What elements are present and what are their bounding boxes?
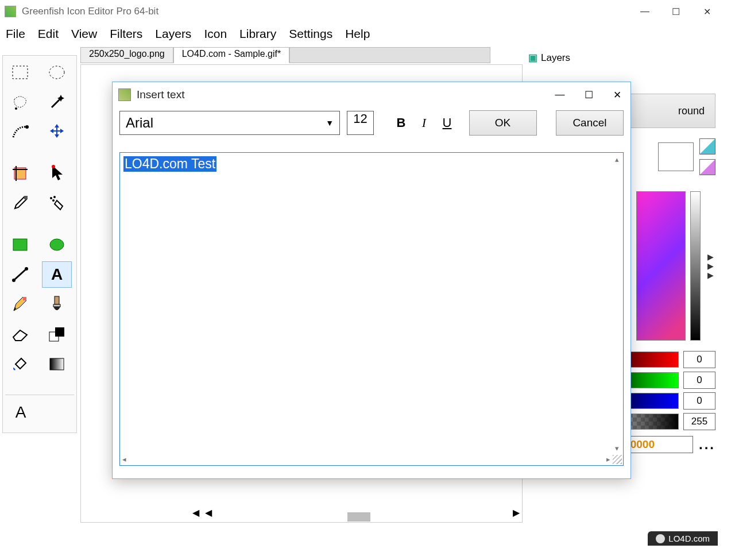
dialog-title: Insert text bbox=[137, 88, 552, 101]
italic-button[interactable]: I bbox=[416, 112, 432, 134]
dialog-toolbar: Arial ▼ 12 B I U OK Cancel bbox=[113, 107, 630, 138]
svg-point-10 bbox=[50, 197, 52, 199]
eyedropper-tool[interactable] bbox=[5, 190, 35, 217]
bucket-tool[interactable] bbox=[5, 351, 35, 377]
swatch-toggle-b[interactable] bbox=[699, 159, 715, 175]
spray-tool[interactable] bbox=[42, 190, 72, 217]
pointer-tool[interactable] bbox=[42, 160, 72, 187]
tab-sample[interactable]: LO4D.com - Sample.gif* bbox=[173, 47, 290, 63]
foreground-swatch[interactable] bbox=[658, 142, 694, 171]
menu-edit[interactable]: Edit bbox=[38, 27, 59, 41]
layers-label: Layers bbox=[541, 52, 570, 64]
tab-logo[interactable]: 250x250_logo.png bbox=[80, 47, 173, 63]
svg-rect-24 bbox=[50, 358, 64, 370]
svg-rect-9 bbox=[24, 196, 28, 199]
eraser-tool[interactable] bbox=[5, 321, 35, 347]
picker-arrows: ▶▶▶ bbox=[705, 191, 715, 341]
svg-point-17 bbox=[25, 267, 28, 271]
rect-select-tool[interactable] bbox=[5, 59, 35, 86]
lasso-tool[interactable] bbox=[5, 89, 35, 115]
menu-help[interactable]: Help bbox=[345, 27, 370, 41]
ellipse-select-tool[interactable] bbox=[42, 59, 72, 86]
svg-point-4 bbox=[25, 125, 29, 129]
layers-panel-header[interactable]: ▣ Layers bbox=[526, 51, 715, 65]
svg-rect-23 bbox=[55, 327, 64, 337]
hscroll-left-2[interactable]: ◀ bbox=[202, 507, 215, 518]
layer-background-label: round bbox=[678, 105, 705, 117]
svg-point-16 bbox=[12, 279, 16, 282]
rect-shape-tool[interactable] bbox=[5, 231, 35, 258]
tab-empty[interactable] bbox=[289, 47, 490, 63]
svg-rect-13 bbox=[13, 239, 27, 250]
watermark-logo-icon bbox=[656, 534, 665, 543]
watermark: LO4D.com bbox=[648, 531, 718, 546]
svg-point-2 bbox=[15, 107, 17, 110]
window-titlebar: Greenfish Icon Editor Pro 64-bit — ☐ ✕ bbox=[0, 0, 718, 23]
alpha-value[interactable]: 255 bbox=[683, 413, 715, 430]
window-close-button[interactable]: ✕ bbox=[701, 6, 713, 17]
tool-palette: A A bbox=[2, 55, 77, 433]
menu-icon[interactable]: Icon bbox=[204, 27, 227, 41]
svg-point-14 bbox=[50, 239, 64, 250]
blue-value[interactable]: 0 bbox=[683, 392, 715, 410]
dialog-maximize-button[interactable]: ☐ bbox=[581, 89, 596, 101]
menu-settings[interactable]: Settings bbox=[289, 27, 332, 41]
cancel-button[interactable]: Cancel bbox=[556, 110, 624, 136]
svg-point-11 bbox=[53, 196, 56, 198]
bold-button[interactable]: B bbox=[393, 112, 409, 134]
svg-point-1 bbox=[49, 66, 64, 79]
dialog-vscrollbar[interactable]: ▴▾ bbox=[612, 155, 622, 453]
text-input-area[interactable]: LO4D.com Test ▴▾ ◂▸ bbox=[119, 152, 624, 466]
svg-rect-19 bbox=[23, 297, 26, 300]
text-tool[interactable]: A bbox=[42, 261, 72, 288]
menu-layers[interactable]: Layers bbox=[155, 27, 191, 41]
svg-line-3 bbox=[52, 98, 61, 107]
gradient-tool[interactable] bbox=[42, 351, 72, 377]
hscroll-left[interactable]: ◀ bbox=[189, 507, 202, 518]
svg-text:A: A bbox=[16, 403, 26, 421]
swatch-toggle-a[interactable] bbox=[699, 138, 715, 155]
document-tabs: 250x250_logo.png LO4D.com - Sample.gif* bbox=[80, 47, 490, 63]
brush-tool[interactable] bbox=[42, 291, 72, 318]
crop-tool[interactable] bbox=[5, 160, 35, 187]
path-tool[interactable] bbox=[5, 119, 35, 145]
swap-colors-tool[interactable] bbox=[42, 321, 72, 347]
green-value[interactable]: 0 bbox=[683, 372, 715, 389]
color-value-strip[interactable] bbox=[690, 191, 701, 341]
dialog-minimize-button[interactable]: — bbox=[552, 89, 567, 101]
resize-grip-icon[interactable] bbox=[613, 455, 622, 464]
font-family-select[interactable]: Arial ▼ bbox=[119, 111, 340, 135]
menu-library[interactable]: Library bbox=[239, 27, 276, 41]
plus-icon: ▣ bbox=[528, 52, 537, 64]
move-tool[interactable] bbox=[42, 119, 72, 145]
menu-bar: File Edit View Filters Layers Icon Libra… bbox=[0, 23, 718, 45]
dialog-close-button[interactable]: ✕ bbox=[610, 89, 625, 101]
svg-rect-0 bbox=[13, 66, 28, 79]
svg-rect-20 bbox=[55, 296, 59, 304]
window-maximize-button[interactable]: ☐ bbox=[670, 6, 682, 17]
menu-filters[interactable]: Filters bbox=[110, 27, 142, 41]
hscroll-right[interactable]: ▶ bbox=[510, 507, 523, 518]
menu-file[interactable]: File bbox=[6, 27, 25, 41]
hscroll-thumb[interactable] bbox=[347, 512, 370, 522]
chevron-down-icon: ▼ bbox=[326, 118, 334, 128]
color-picker-field[interactable] bbox=[636, 191, 686, 341]
svg-text:A: A bbox=[51, 266, 63, 283]
menu-view[interactable]: View bbox=[71, 27, 97, 41]
font-size-input[interactable]: 12 bbox=[347, 111, 374, 135]
magic-wand-tool[interactable] bbox=[42, 89, 72, 115]
ok-button[interactable]: OK bbox=[469, 110, 537, 136]
svg-rect-21 bbox=[53, 304, 60, 307]
dialog-titlebar[interactable]: Insert text — ☐ ✕ bbox=[113, 82, 630, 107]
more-colors-button[interactable]: ... bbox=[699, 437, 715, 453]
window-minimize-button[interactable]: — bbox=[639, 6, 651, 17]
ellipse-shape-tool[interactable] bbox=[42, 231, 72, 258]
svg-line-15 bbox=[14, 269, 26, 280]
line-tool[interactable] bbox=[5, 261, 35, 288]
red-value[interactable]: 0 bbox=[683, 351, 715, 368]
text-selection: LO4D.com Test bbox=[123, 156, 216, 172]
underline-button[interactable]: U bbox=[439, 112, 455, 134]
font-family-value: Arial bbox=[126, 115, 153, 131]
pencil-tool[interactable] bbox=[5, 291, 35, 318]
dialog-hscrollbar[interactable]: ◂▸ bbox=[122, 454, 610, 464]
